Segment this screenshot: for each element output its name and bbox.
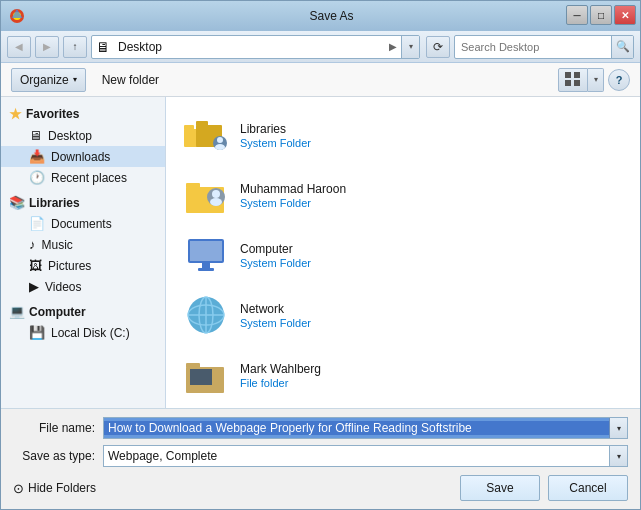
cancel-label: Cancel	[569, 481, 606, 495]
documents-icon: 📄	[29, 216, 45, 231]
chrome-icon	[9, 8, 25, 24]
forward-button[interactable]: ▶	[35, 36, 59, 58]
minimize-button[interactable]: ─	[566, 5, 588, 25]
network-file-info: Network System Folder	[240, 302, 311, 329]
button-row: ⊙ Hide Folders Save Cancel	[13, 475, 628, 501]
desktop-icon: 🖥	[29, 128, 42, 143]
save-type-row: Save as type: Webpage, Complete ▾	[13, 445, 628, 467]
recent-label: Recent places	[51, 171, 127, 185]
computer-file-info: Computer System Folder	[240, 242, 311, 269]
title-bar: Save As ─ □ ✕	[1, 1, 640, 31]
up-button[interactable]: ↑	[63, 36, 87, 58]
sidebar-item-desktop[interactable]: 🖥 Desktop	[1, 125, 165, 146]
address-dropdown-button[interactable]: ▾	[401, 35, 419, 59]
file-item-haroon[interactable]: Muhammad Haroon System Folder	[174, 165, 632, 225]
libraries-section[interactable]: 📚 Libraries	[1, 192, 165, 213]
computer-section[interactable]: 💻 Computer	[1, 301, 165, 322]
svg-point-8	[215, 144, 225, 150]
svg-rect-16	[202, 263, 210, 268]
computer-section-icon: 💻	[9, 304, 25, 319]
address-bar[interactable]: 🖥 Desktop ▶ ▾	[91, 35, 420, 59]
save-type-value: Webpage, Complete	[104, 449, 609, 463]
libraries-label: Libraries	[29, 196, 80, 210]
new-folder-label: New folder	[102, 73, 159, 87]
haroon-file-name: Muhammad Haroon	[240, 182, 346, 196]
videos-label: Videos	[45, 280, 81, 294]
favorites-label: Favorites	[26, 107, 79, 121]
save-as-dialog: Save As ─ □ ✕ ◀ ▶ ↑ 🖥 Desktop ▶ ▾ ⟳ 🔍 Or…	[0, 0, 641, 510]
svg-rect-15	[190, 241, 222, 261]
documents-label: Documents	[51, 217, 112, 231]
refresh-button[interactable]: ⟳	[426, 36, 450, 58]
save-type-dropdown[interactable]: ▾	[609, 445, 627, 467]
downloads-icon: 📥	[29, 149, 45, 164]
file-name-container[interactable]: How to Download a Webpage Properly for O…	[103, 417, 628, 439]
help-button[interactable]: ?	[608, 69, 630, 91]
file-item-computer[interactable]: Computer System Folder	[174, 225, 632, 285]
search-container: 🔍	[454, 35, 634, 59]
save-type-container[interactable]: Webpage, Complete ▾	[103, 445, 628, 467]
svg-rect-3	[184, 125, 194, 130]
organize-label: Organize	[20, 73, 69, 87]
address-toolbar: ◀ ▶ ↑ 🖥 Desktop ▶ ▾ ⟳ 🔍	[1, 31, 640, 63]
music-label: Music	[42, 238, 73, 252]
mark-file-name: Mark Wahlberg	[240, 362, 321, 376]
desktop-label: Desktop	[48, 129, 92, 143]
sidebar-item-local-disk[interactable]: 💾 Local Disk (C:)	[1, 322, 165, 343]
network-file-name: Network	[240, 302, 311, 316]
action-bar-right: ▾ ?	[558, 68, 630, 92]
sidebar-item-videos[interactable]: ▶ Videos	[1, 276, 165, 297]
favorites-section[interactable]: ★ Favorites	[1, 103, 165, 125]
file-item-libraries[interactable]: Libraries System Folder	[174, 105, 632, 165]
recent-icon: 🕐	[29, 170, 45, 185]
close-button[interactable]: ✕	[614, 5, 636, 25]
file-name-label: File name:	[13, 421, 103, 435]
svg-rect-26	[190, 369, 212, 385]
computer-file-name: Computer	[240, 242, 311, 256]
search-button[interactable]: 🔍	[611, 35, 633, 59]
disk-icon: 💾	[29, 325, 45, 340]
sidebar-item-documents[interactable]: 📄 Documents	[1, 213, 165, 234]
libraries-file-info: Libraries System Folder	[240, 122, 311, 149]
address-folder-icon: 🖥	[96, 39, 110, 55]
downloads-label: Downloads	[51, 150, 110, 164]
file-item-network[interactable]: Network System Folder	[174, 285, 632, 345]
sidebar-item-downloads[interactable]: 📥 Downloads	[1, 146, 165, 167]
sidebar-item-music[interactable]: ♪ Music	[1, 234, 165, 255]
mark-file-type: File folder	[240, 377, 321, 389]
local-disk-label: Local Disk (C:)	[51, 326, 130, 340]
new-folder-button[interactable]: New folder	[94, 68, 167, 92]
haroon-file-icon	[182, 171, 230, 219]
svg-rect-5	[196, 121, 208, 126]
libraries-file-name: Libraries	[240, 122, 311, 136]
sidebar-item-pictures[interactable]: 🖼 Pictures	[1, 255, 165, 276]
search-input[interactable]	[455, 41, 611, 53]
haroon-file-info: Muhammad Haroon System Folder	[240, 182, 346, 209]
view-grid-icon	[565, 72, 581, 88]
file-name-row: File name: How to Download a Webpage Pro…	[13, 417, 628, 439]
music-icon: ♪	[29, 237, 36, 252]
favorites-icon: ★	[9, 106, 22, 122]
view-button[interactable]	[558, 68, 588, 92]
cancel-button[interactable]: Cancel	[548, 475, 628, 501]
file-item-mark[interactable]: Mark Wahlberg File folder	[174, 345, 632, 405]
view-dropdown-button[interactable]: ▾	[588, 68, 604, 92]
hide-folders-button[interactable]: ⊙ Hide Folders	[13, 481, 96, 496]
organize-button[interactable]: Organize ▾	[11, 68, 86, 92]
save-button[interactable]: Save	[460, 475, 540, 501]
file-name-dropdown[interactable]: ▾	[609, 417, 627, 439]
organize-dropdown-icon: ▾	[73, 75, 77, 84]
sidebar-item-recent[interactable]: 🕐 Recent places	[1, 167, 165, 188]
svg-rect-10	[186, 183, 200, 188]
help-icon: ?	[616, 74, 623, 86]
title-controls: ─ □ ✕	[566, 5, 636, 25]
libraries-file-type: System Folder	[240, 137, 311, 149]
maximize-button[interactable]: □	[590, 5, 612, 25]
computer-file-type: System Folder	[240, 257, 311, 269]
computer-file-icon	[182, 231, 230, 279]
bottom-bar: File name: How to Download a Webpage Pro…	[1, 408, 640, 509]
file-list: Libraries System Folder Muhammad Ha	[166, 97, 640, 408]
hide-folders-icon: ⊙	[13, 481, 24, 496]
svg-rect-24	[186, 363, 200, 368]
back-button[interactable]: ◀	[7, 36, 31, 58]
